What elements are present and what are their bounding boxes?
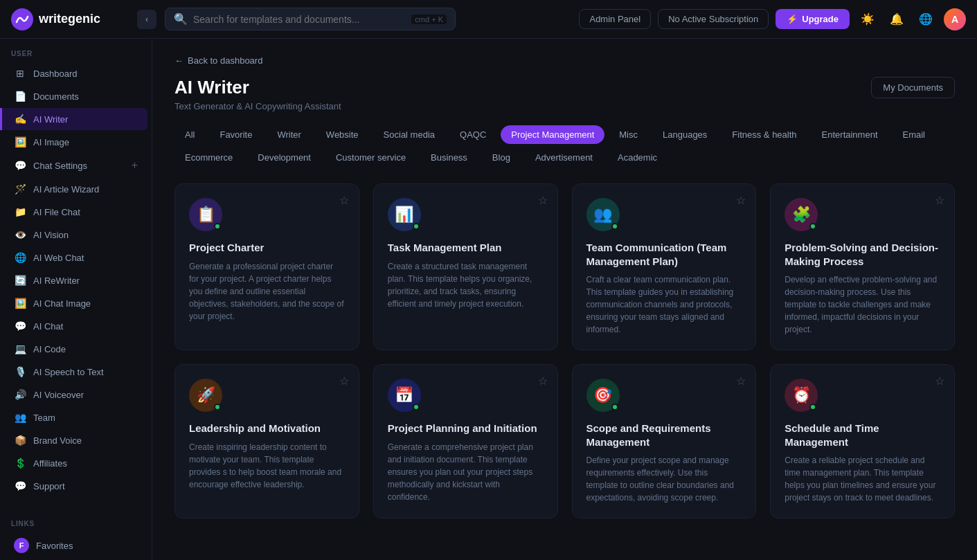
card-desc-project-planning: Generate a comprehensive project plan an… <box>388 441 544 503</box>
filter-tab-academic[interactable]: Academic <box>607 148 667 167</box>
sidebar-item-ai-writer[interactable]: ✍️ AI Writer <box>0 108 147 130</box>
filter-tab-misc[interactable]: Misc <box>609 125 648 144</box>
filter-tab-social-media[interactable]: Social media <box>373 125 445 144</box>
sidebar-icon-dashboard: ⊞ <box>14 68 26 79</box>
sidebar-item-team[interactable]: 👥 Team <box>4 406 147 428</box>
card-task-management-plan[interactable]: ☆ 📊 Task Management Plan Create a struct… <box>373 183 558 350</box>
language-button[interactable]: 🌐 <box>915 8 937 30</box>
search-icon: 🔍 <box>174 12 188 26</box>
card-project-charter[interactable]: ☆ 📋 Project Charter Generate a professio… <box>174 183 359 350</box>
card-star-project-planning[interactable]: ☆ <box>538 374 548 388</box>
filter-tab-writer[interactable]: Writer <box>267 125 311 144</box>
card-icon-problem-solving: 🧩 <box>785 198 818 231</box>
avatar[interactable]: A <box>944 8 966 30</box>
filter-tab-business[interactable]: Business <box>420 148 478 167</box>
upgrade-button[interactable]: ⚡ Upgrade <box>776 9 850 29</box>
filter-tab-ecommerce[interactable]: Ecommerce <box>174 148 243 167</box>
filter-tab-email[interactable]: Email <box>893 125 936 144</box>
sidebar-label-ai-web-chat: AI Web Chat <box>33 253 84 263</box>
sidebar-icon-ai-image: 🖼️ <box>14 136 26 147</box>
sidebar-item-chat-settings[interactable]: 💬 Chat Settings + <box>4 154 147 177</box>
sidebar-icon-ai-web-chat: 🌐 <box>14 252 26 263</box>
sidebar-icon-ai-chat: 💬 <box>14 320 26 332</box>
filter-tab-blog[interactable]: Blog <box>482 148 521 167</box>
sidebar-item-ai-chat[interactable]: 💬 AI Chat <box>4 315 147 337</box>
card-desc-schedule-time: Create a reliable project schedule and t… <box>785 454 940 504</box>
filter-tab-favorite[interactable]: Favorite <box>209 125 262 144</box>
sidebar-item-ai-file-chat[interactable]: 📁 AI File Chat <box>4 201 147 223</box>
sidebar-item-dashboard[interactable]: ⊞ Dashboard <box>4 62 147 84</box>
filter-tab-qaqc[interactable]: QAQC <box>449 125 496 144</box>
filter-tab-advertisement[interactable]: Advertisement <box>525 148 603 167</box>
filter-tab-fitness-health[interactable]: Fitness & health <box>721 125 807 144</box>
sidebar-icon-team: 👥 <box>14 412 26 423</box>
card-star-task-management-plan[interactable]: ☆ <box>538 194 548 207</box>
sidebar-item-ai-voiceover[interactable]: 🔊 AI Voiceover <box>4 383 147 406</box>
card-icon-project-charter: 📋 <box>189 198 222 231</box>
back-to-dashboard-link[interactable]: ← Back to dashboard <box>174 55 955 66</box>
card-leadership-motivation[interactable]: ☆ 🚀 Leadership and Motivation Create ins… <box>174 364 359 518</box>
sidebar-icon-brand-voice: 📦 <box>14 435 26 446</box>
card-star-scope-requirements[interactable]: ☆ <box>736 374 746 388</box>
card-star-leadership-motivation[interactable]: ☆ <box>339 374 349 388</box>
card-title-leadership-motivation: Leadership and Motivation <box>189 422 345 435</box>
card-project-planning[interactable]: ☆ 📅 Project Planning and Initiation Gene… <box>373 364 558 518</box>
card-icon-project-planning: 📅 <box>388 379 421 412</box>
sidebar-item-support[interactable]: 💬 Support <box>4 475 147 497</box>
sidebar-label-chat-settings: Chat Settings <box>33 161 87 171</box>
sidebar-label-team: Team <box>33 413 55 423</box>
filter-tab-customer-service[interactable]: Customer service <box>325 148 416 167</box>
sidebar-item-documents[interactable]: 📄 Documents <box>4 85 147 107</box>
logo-text: writegenic <box>39 12 100 26</box>
card-title-schedule-time: Schedule and Time Management <box>785 422 940 449</box>
sidebar-item-affiliates[interactable]: 💲 Affiliates <box>4 452 147 474</box>
sidebar-item-ai-article-wizard[interactable]: 🪄 AI Article Wizard <box>4 178 147 200</box>
page-title: AI Writer <box>174 77 341 98</box>
sidebar-item-ai-image[interactable]: 🖼️ AI Image <box>4 131 147 153</box>
no-subscription-button[interactable]: No Active Subscription <box>658 9 769 29</box>
app-body: USER ⊞ Dashboard 📄 Documents ✍️ AI Write… <box>0 39 977 560</box>
card-star-project-charter[interactable]: ☆ <box>339 194 349 207</box>
sidebar-label-ai-chat: AI Chat <box>33 321 63 332</box>
sidebar-item-ai-code[interactable]: 💻 AI Code <box>4 338 147 360</box>
sidebar-item-ai-vision[interactable]: 👁️ AI Vision <box>4 224 147 246</box>
sidebar-item-brand-voice[interactable]: 📦 Brand Voice <box>4 429 147 451</box>
sidebar-icon-ai-code: 💻 <box>14 343 26 354</box>
sidebar-icon-ai-voiceover: 🔊 <box>14 389 26 400</box>
sidebar-item-ai-speech-to-text[interactable]: 🎙️ AI Speech to Text <box>4 361 147 383</box>
sidebar-item-ai-web-chat[interactable]: 🌐 AI Web Chat <box>4 246 147 269</box>
sidebar-icon-documents: 📄 <box>14 91 26 102</box>
card-star-problem-solving[interactable]: ☆ <box>935 194 944 207</box>
card-desc-team-communication: Craft a clear team communication plan. T… <box>586 273 742 336</box>
notifications-button[interactable]: 🔔 <box>886 8 908 30</box>
chat-settings-add-button[interactable]: + <box>132 159 138 172</box>
admin-panel-button[interactable]: Admin Panel <box>579 9 651 29</box>
filter-tab-development[interactable]: Development <box>247 148 321 167</box>
filter-tab-languages[interactable]: Languages <box>652 125 717 144</box>
sidebar-link-favorites[interactable]: F Favorites <box>4 532 147 559</box>
filter-tab-entertainment[interactable]: Entertainment <box>812 125 888 144</box>
search-input[interactable] <box>193 14 406 25</box>
card-status-dot-leadership-motivation <box>214 404 221 410</box>
card-problem-solving[interactable]: ☆ 🧩 Problem-Solving and Decision-Making … <box>770 183 955 350</box>
filter-tab-website[interactable]: Website <box>316 125 369 144</box>
sidebar-icon-ai-rewriter: 🔄 <box>14 275 26 286</box>
sidebar-label-ai-speech-to-text: AI Speech to Text <box>33 367 104 377</box>
theme-toggle-button[interactable]: ☀️ <box>857 8 879 30</box>
sidebar-collapse-button[interactable]: ‹ <box>137 10 156 29</box>
nav-right: Admin Panel No Active Subscription ⚡ Upg… <box>579 8 966 30</box>
sidebar-item-ai-chat-image[interactable]: 🖼️ AI Chat Image <box>4 292 147 314</box>
card-star-team-communication[interactable]: ☆ <box>736 194 746 207</box>
card-schedule-time[interactable]: ☆ ⏰ Schedule and Time Management Create … <box>770 364 955 518</box>
filter-tab-all[interactable]: All <box>174 125 205 144</box>
card-team-communication[interactable]: ☆ 👥 Team Communication (Team Management … <box>572 183 757 350</box>
my-documents-button[interactable]: My Documents <box>871 77 955 98</box>
topnav: writegenic ‹ 🔍 cmd + K Admin Panel No Ac… <box>0 0 977 39</box>
sidebar-item-ai-rewriter[interactable]: 🔄 AI ReWriter <box>4 269 147 291</box>
sidebar-label-documents: Documents <box>33 91 79 102</box>
card-scope-requirements[interactable]: ☆ 🎯 Scope and Requirements Management De… <box>572 364 757 518</box>
link-label-favorites: Favorites <box>36 541 73 551</box>
card-title-problem-solving: Problem-Solving and Decision-Making Proc… <box>785 241 940 268</box>
card-star-schedule-time[interactable]: ☆ <box>935 374 944 388</box>
filter-tab-project-management[interactable]: Project Management <box>501 125 604 144</box>
